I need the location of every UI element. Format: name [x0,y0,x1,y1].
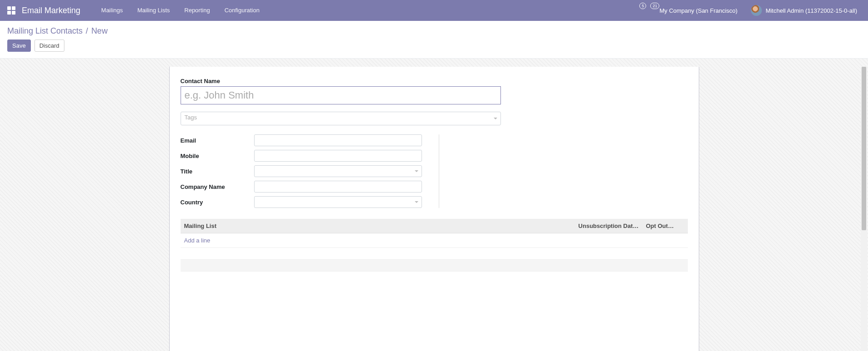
email-label: Email [181,137,254,144]
company-name-field[interactable] [254,181,422,193]
breadcrumb-parent[interactable]: Mailing List Contacts [7,26,83,35]
scrollbar-thumb[interactable] [862,67,866,230]
col-opt-out[interactable]: Opt Out… [642,219,688,233]
contact-name-input[interactable] [181,86,501,104]
table-header-row: Mailing List Unsubscription Dat… Opt Out… [181,219,688,233]
cp-buttons: Save Discard [7,40,861,52]
email-field[interactable] [254,134,422,146]
messaging-icon[interactable]: 5 [631,0,638,21]
col-mailing-list[interactable]: Mailing List [181,219,575,233]
add-a-line[interactable]: Add a line [184,237,211,244]
tags-wrap: Tags [181,112,501,125]
menu-mailings[interactable]: Mailings [94,0,130,21]
apps-icon[interactable] [7,6,15,15]
control-panel: Mailing List Contacts / New Save Discard [0,21,868,59]
contact-name-label: Contact Name [181,78,688,84]
mailing-list-table: Mailing List Unsubscription Dat… Opt Out… [181,219,688,272]
user-name: Mitchell Admin (11372002-15-0-all) [765,7,857,14]
breadcrumb-separator: / [85,26,89,35]
avatar [751,5,762,16]
table-footer-row [181,260,688,272]
country-label: Country [181,199,254,206]
mobile-field[interactable] [254,150,422,162]
debug-icon[interactable] [620,0,628,21]
menu-reporting[interactable]: Reporting [177,0,217,21]
company-switcher[interactable]: My Company (San Francisco) [653,0,744,21]
topbar-left: Email Marketing Mailings Mailing Lists R… [7,0,267,21]
table-empty-row [181,248,688,260]
scrollbar-track[interactable] [861,67,867,351]
col-unsubscription-date[interactable]: Unsubscription Dat… [575,219,642,233]
title-label: Title [181,168,254,175]
activities-icon[interactable]: 21 [642,0,649,21]
mobile-label: Mobile [181,153,254,159]
user-menu[interactable]: Mitchell Admin (11372002-15-0-all) [747,0,861,21]
breadcrumb-current: New [91,26,108,35]
breadcrumb: Mailing List Contacts / New [7,26,861,36]
table-row: Add a line [181,233,688,248]
title-select[interactable] [254,165,422,177]
form-group: Email Mobile Title [181,134,688,208]
app-title[interactable]: Email Marketing [22,6,80,15]
tags-input[interactable]: Tags [181,112,501,125]
topbar-right: 5 21 My Company (San Francisco) Mitchell… [620,0,861,21]
form-sheet: Contact Name Tags Email Mobile [169,67,699,351]
discard-button[interactable]: Discard [34,40,64,52]
save-button[interactable]: Save [7,40,31,52]
topbar: Email Marketing Mailings Mailing Lists R… [0,0,868,21]
menu-configuration[interactable]: Configuration [217,0,267,21]
company-name-label: Company Name [181,183,254,190]
content-wrap: Contact Name Tags Email Mobile [0,59,868,351]
menu-mailing-lists[interactable]: Mailing Lists [130,0,177,21]
country-select[interactable] [254,196,422,208]
